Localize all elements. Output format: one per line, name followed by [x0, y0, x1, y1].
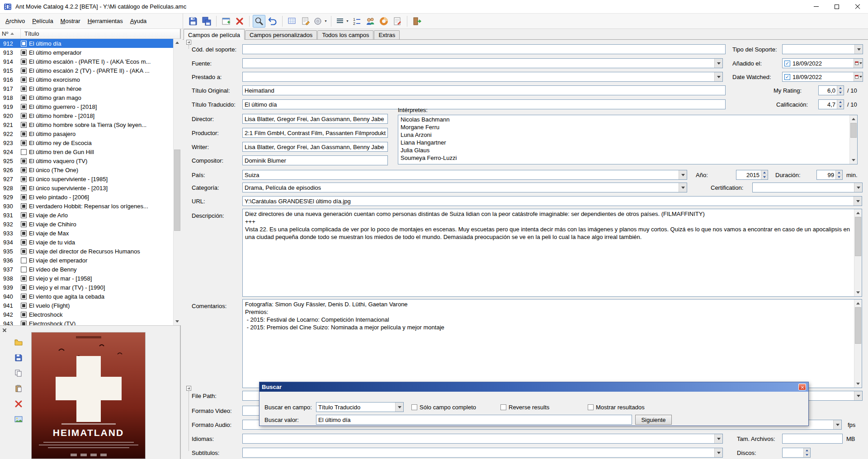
menu-ayuda[interactable]: Ayuda — [127, 16, 151, 26]
menu-archivo[interactable]: Archivo — [2, 16, 28, 26]
categoria-combo[interactable]: Drama, Película de episodios — [242, 183, 687, 192]
movie-row[interactable]: 925El último vaquero (TV) — [0, 156, 173, 165]
movie-row[interactable]: 931El viaje de Arlo — [0, 211, 173, 220]
movie-checkbox[interactable] — [21, 77, 27, 83]
spin-up-icon[interactable] — [837, 100, 844, 105]
director-input[interactable]: Lisa Blatter, Gregor Frei, Jan Gassmann,… — [242, 114, 388, 124]
actors-button[interactable] — [364, 15, 377, 28]
dropdown-arrow-icon[interactable] — [714, 448, 722, 457]
idiomas-combo[interactable] — [242, 434, 723, 444]
scroll-thumb[interactable] — [174, 150, 180, 231]
scroll-up-icon[interactable] — [854, 209, 862, 217]
pais-combo[interactable]: Suiza — [242, 170, 687, 180]
close-button[interactable] — [847, 0, 868, 13]
internet-import-button[interactable]: ▼ — [313, 15, 328, 28]
movie-row[interactable]: 941El vuelo (Flight) — [0, 301, 173, 310]
actor-item[interactable]: Luna Arzoni — [398, 131, 849, 139]
titulo-traducido-input[interactable]: El último día — [242, 99, 726, 109]
scroll-thumb[interactable] — [850, 123, 857, 138]
convert-picture-button[interactable] — [13, 413, 24, 425]
spin-up-icon[interactable] — [804, 448, 810, 453]
movie-row[interactable]: 934El viaje de tu vida — [0, 238, 173, 247]
prestado-combo[interactable] — [242, 72, 723, 82]
renumber-button[interactable]: 12 — [350, 15, 363, 28]
movie-checkbox[interactable] — [21, 68, 27, 74]
comentarios-scrollbar[interactable] — [854, 300, 862, 388]
calendar-dropdown-icon[interactable] — [854, 59, 863, 68]
maximize-button[interactable] — [826, 0, 847, 13]
movie-checkbox[interactable] — [21, 113, 27, 119]
date-watched-field[interactable]: ✓18/09/2022 — [782, 72, 863, 82]
compositor-input[interactable]: Dominik Blumer — [242, 155, 388, 165]
descripcion-scrollbar[interactable] — [854, 209, 862, 296]
spin-up-icon[interactable] — [761, 170, 768, 175]
dropdown-arrow-icon[interactable] — [679, 170, 687, 179]
duracion-spinner[interactable]: 99 — [816, 170, 843, 180]
movie-checkbox[interactable] — [21, 239, 27, 245]
search-value-input[interactable]: El último día — [316, 415, 632, 425]
movie-row[interactable]: 916El último exorcismo — [0, 75, 173, 84]
movie-checkbox[interactable] — [21, 122, 27, 128]
url-combo[interactable]: Y:\Carátulas GRANDES\El último día.jpg — [242, 196, 862, 206]
spin-down-icon[interactable] — [837, 91, 844, 95]
checkbox-icon[interactable] — [588, 404, 594, 410]
picture-panel-close-icon[interactable] — [1, 327, 8, 333]
actor-item[interactable]: Liana Hangartner — [398, 139, 849, 146]
movie-checkbox[interactable] — [21, 59, 27, 65]
actor-item[interactable]: Nicolas Bachmann — [398, 116, 849, 123]
delete-movie-button[interactable] — [233, 15, 246, 28]
date-checked-checkbox[interactable]: ✓ — [784, 74, 790, 80]
movie-row[interactable]: 914El último escalón - (PARTE I) - (AKA … — [0, 57, 173, 66]
grid-edit-button[interactable] — [286, 15, 298, 28]
checkbox-icon[interactable] — [500, 404, 506, 410]
scroll-down-icon[interactable] — [854, 289, 862, 296]
dropdown-arrow-icon[interactable] — [854, 197, 862, 206]
search-dialog-titlebar[interactable]: Buscar — [259, 382, 808, 392]
movie-checkbox[interactable] — [21, 140, 27, 146]
spin-down-icon[interactable] — [761, 175, 768, 180]
spin-up-icon[interactable] — [836, 170, 842, 175]
movie-checkbox[interactable] — [21, 203, 27, 209]
movie-checkbox[interactable] — [21, 158, 27, 164]
paste-picture-button[interactable] — [13, 383, 24, 394]
edit-fields-button[interactable] — [299, 15, 312, 28]
movie-checkbox[interactable] — [21, 294, 27, 300]
scroll-up-icon[interactable] — [174, 39, 181, 47]
movie-checkbox[interactable] — [21, 50, 27, 56]
movie-row[interactable]: 922El último pasajero — [0, 129, 173, 138]
open-picture-button[interactable] — [13, 337, 24, 348]
movie-row[interactable]: 932El viaje de Chihiro — [0, 220, 173, 229]
loans-button[interactable] — [391, 15, 404, 28]
movie-row[interactable]: 915El último escalón 2 (TV) - (PARTE II)… — [0, 66, 173, 75]
interpretes-listbox[interactable]: Nicolas BachmannMorgane FerruLuna Arzoni… — [398, 115, 858, 164]
movie-row[interactable]: 924El último tren de Gun Hill — [0, 147, 173, 156]
movie-checkbox[interactable] — [21, 285, 27, 290]
movie-row[interactable]: 927El único superviviente - [1985] — [0, 174, 173, 183]
movie-checkbox[interactable] — [21, 258, 27, 263]
subtitulos-combo[interactable] — [242, 448, 723, 458]
date-checked-checkbox[interactable]: ✓ — [784, 61, 790, 66]
descripcion-textarea[interactable]: Diez directores de una nueva generación … — [242, 209, 862, 297]
movie-row[interactable]: 929El velo pintado - [2006] — [0, 192, 173, 201]
group-expander[interactable] — [186, 386, 191, 391]
dialog-close-icon[interactable] — [798, 384, 806, 390]
save-picture-button[interactable] — [13, 352, 24, 364]
spin-down-icon[interactable] — [836, 175, 842, 180]
movie-checkbox[interactable] — [21, 167, 27, 173]
movie-list-scrollbar[interactable] — [173, 39, 181, 325]
menu-herramientas[interactable]: Herramientas — [84, 16, 127, 26]
movie-checkbox[interactable] — [21, 276, 27, 281]
movie-checkbox[interactable] — [21, 41, 27, 47]
scroll-down-icon[interactable] — [174, 318, 181, 325]
dropdown-arrow-icon[interactable] — [714, 72, 722, 81]
search-field-combo[interactable]: Título Traducido — [316, 402, 404, 412]
movie-row[interactable]: 912El último día — [0, 39, 173, 48]
tam-archivos-input[interactable] — [782, 434, 843, 444]
writer-input[interactable]: Lisa Blatter, Gregor Frei, Jan Gassmann,… — [242, 142, 388, 152]
productor-input[interactable]: 2:1 Film GmbH, Contrast Film, Passanten … — [242, 128, 388, 138]
menu-pelicula[interactable]: Película — [28, 16, 57, 26]
menu-mostrar[interactable]: Mostrar — [57, 16, 84, 26]
certification-combo[interactable] — [752, 183, 863, 192]
movie-checkbox[interactable] — [21, 149, 27, 155]
show-results-checkbox[interactable]: Mostrar resultados — [588, 403, 645, 412]
